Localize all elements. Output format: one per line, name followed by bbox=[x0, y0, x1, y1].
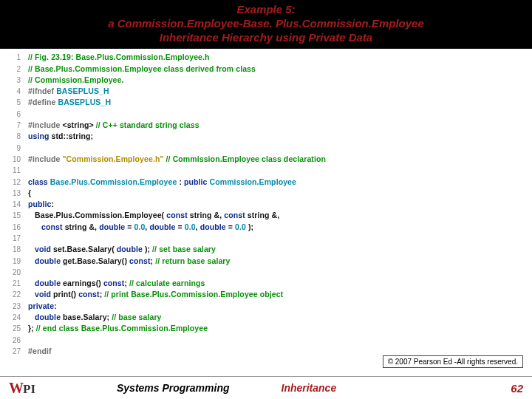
code-line: 17 bbox=[0, 233, 532, 244]
line-number: 17 bbox=[0, 233, 28, 244]
code-text: #ifndef BASEPLUS_H bbox=[28, 86, 109, 97]
code-text: double earnings() const; // calculate ea… bbox=[28, 278, 205, 289]
line-number: 4 bbox=[0, 86, 28, 97]
line-number: 22 bbox=[0, 289, 28, 300]
code-text: private: bbox=[28, 301, 57, 312]
code-text bbox=[28, 233, 30, 244]
line-number: 11 bbox=[0, 165, 28, 176]
code-text: #include "Commission.Employee.h" // Comm… bbox=[28, 154, 326, 165]
code-line: 9 bbox=[0, 143, 532, 154]
code-text: #include <string> // C++ standard string… bbox=[28, 120, 200, 131]
line-number: 9 bbox=[0, 143, 28, 154]
line-number: 14 bbox=[0, 199, 28, 210]
code-line: 10#include "Commission.Employee.h" // Co… bbox=[0, 154, 532, 165]
code-line: 26 bbox=[0, 335, 532, 346]
code-line: 21 double earnings() const; // calculate… bbox=[0, 278, 532, 289]
footer-page-number: 62 bbox=[511, 382, 523, 395]
line-number: 24 bbox=[0, 312, 28, 323]
title-line-2: a Commission.Employee-Base. Plus.Commiss… bbox=[7, 17, 525, 31]
code-line: 2// Base.Plus.Commission.Employee class … bbox=[0, 64, 532, 75]
line-number: 21 bbox=[0, 278, 28, 289]
code-text: { bbox=[28, 188, 31, 199]
code-text: double get.Base.Salary() const; // retur… bbox=[28, 256, 231, 267]
line-number: 13 bbox=[0, 188, 28, 199]
logo-pi: PI bbox=[23, 382, 35, 396]
code-text: public: bbox=[28, 199, 54, 210]
title-line-1: Example 5: bbox=[7, 3, 525, 17]
code-text: }; // end class Base.Plus.Commission.Emp… bbox=[28, 323, 208, 334]
line-number: 27 bbox=[0, 346, 28, 357]
line-number: 12 bbox=[0, 177, 28, 188]
code-line: 16 const string &, double = 0.0, double … bbox=[0, 222, 532, 233]
code-text: // Fig. 23.19: Base.Plus.Commission.Empl… bbox=[28, 52, 210, 63]
code-text: class Base.Plus.Commission.Employee : pu… bbox=[28, 177, 296, 188]
line-number: 18 bbox=[0, 244, 28, 255]
code-text bbox=[28, 335, 30, 346]
line-number: 16 bbox=[0, 222, 28, 233]
logo-w: W bbox=[9, 380, 22, 396]
slide-title: Example 5: a Commission.Employee-Base. P… bbox=[0, 0, 532, 49]
code-text: void set.Base.Salary( double ); // set b… bbox=[28, 244, 216, 255]
copyright-notice: © 2007 Pearson Ed -All rights reserved. bbox=[383, 355, 523, 368]
code-text: // Base.Plus.Commission.Employee class d… bbox=[28, 64, 256, 75]
code-text bbox=[28, 143, 30, 154]
code-text bbox=[28, 165, 30, 176]
code-line: 12class Base.Plus.Commission.Employee : … bbox=[0, 177, 532, 188]
code-line: 3// Commission.Employee. bbox=[0, 75, 532, 86]
code-line: 24 double base.Salary; // base salary bbox=[0, 312, 532, 323]
code-line: 23private: bbox=[0, 301, 532, 312]
code-line: 6 bbox=[0, 109, 532, 120]
line-number: 5 bbox=[0, 97, 28, 108]
line-number: 15 bbox=[0, 210, 28, 221]
code-text: // Commission.Employee. bbox=[28, 75, 124, 86]
code-text: const string &, double = 0.0, double = 0… bbox=[28, 222, 253, 233]
code-text bbox=[28, 109, 30, 120]
line-number: 19 bbox=[0, 256, 28, 267]
code-line: 25}; // end class Base.Plus.Commission.E… bbox=[0, 323, 532, 334]
line-number: 6 bbox=[0, 109, 28, 120]
title-line-3: Inheritance Hierarchy using Private Data bbox=[7, 31, 525, 45]
code-text: void print() const; // print Base.Plus.C… bbox=[28, 289, 283, 300]
slide-footer: WPI Systems Programming Inheritance 62 bbox=[0, 376, 532, 399]
code-line: 22 void print() const; // print Base.Plu… bbox=[0, 289, 532, 300]
line-number: 10 bbox=[0, 154, 28, 165]
code-line: 15 Base.Plus.Commission.Employee( const … bbox=[0, 210, 532, 221]
line-number: 3 bbox=[0, 75, 28, 86]
line-number: 23 bbox=[0, 301, 28, 312]
line-number: 26 bbox=[0, 335, 28, 346]
code-line: 1// Fig. 23.19: Base.Plus.Commission.Emp… bbox=[0, 52, 532, 63]
code-line: 19 double get.Base.Salary() const; // re… bbox=[0, 256, 532, 267]
code-line: 4#ifndef BASEPLUS_H bbox=[0, 86, 532, 97]
line-number: 7 bbox=[0, 120, 28, 131]
code-line: 20 bbox=[0, 267, 532, 278]
code-text: #endif bbox=[28, 346, 52, 357]
footer-course: Systems Programming bbox=[117, 382, 230, 394]
line-number: 2 bbox=[0, 64, 28, 75]
code-text: using std::string; bbox=[28, 131, 93, 142]
line-number: 1 bbox=[0, 52, 28, 63]
code-line: 13{ bbox=[0, 188, 532, 199]
code-listing: 1// Fig. 23.19: Base.Plus.Commission.Emp… bbox=[0, 49, 532, 357]
code-text: #define BASEPLUS_H bbox=[28, 97, 111, 108]
line-number: 8 bbox=[0, 131, 28, 142]
code-text: double base.Salary; // base salary bbox=[28, 312, 162, 323]
code-text bbox=[28, 267, 30, 278]
wpi-logo: WPI bbox=[9, 380, 35, 397]
line-number: 25 bbox=[0, 323, 28, 334]
code-line: 7#include <string> // C++ standard strin… bbox=[0, 120, 532, 131]
code-line: 14public: bbox=[0, 199, 532, 210]
line-number: 20 bbox=[0, 267, 28, 278]
code-line: 8using std::string; bbox=[0, 131, 532, 142]
code-text: Base.Plus.Commission.Employee( const str… bbox=[28, 210, 279, 221]
code-line: 11 bbox=[0, 165, 532, 176]
code-line: 18 void set.Base.Salary( double ); // se… bbox=[0, 244, 532, 255]
code-line: 5#define BASEPLUS_H bbox=[0, 97, 532, 108]
footer-topic: Inheritance bbox=[282, 382, 337, 394]
